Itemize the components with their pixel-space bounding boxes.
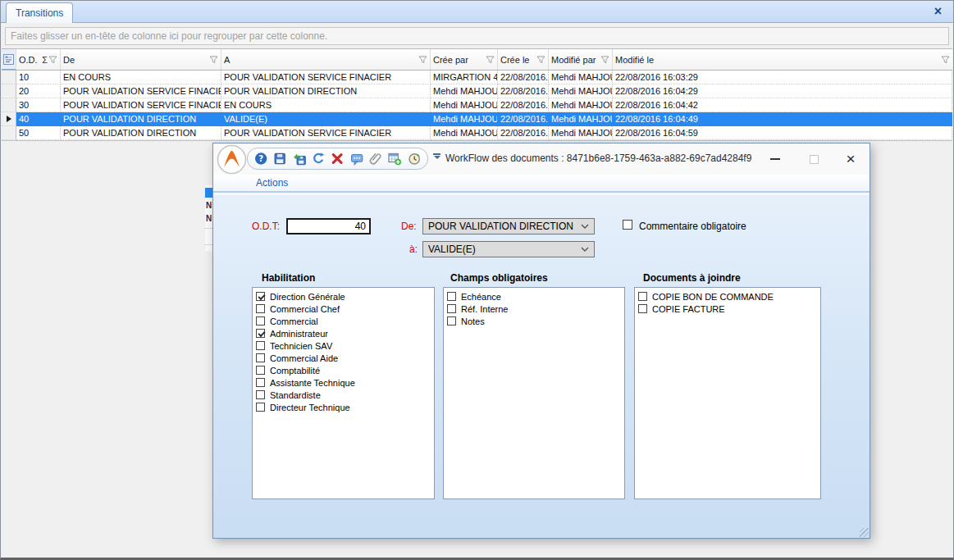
dialog-close-button[interactable]: × — [838, 150, 863, 168]
cell-de: POUR VALIDATION DIRECTION — [61, 126, 221, 140]
column-label: Modifié le — [615, 55, 654, 65]
minimize-icon — [770, 158, 780, 160]
checkbox[interactable] — [447, 316, 456, 326]
column-header-modifie-par[interactable]: Modifié par — [549, 49, 613, 70]
checkbox[interactable] — [447, 292, 456, 301]
maximize-button[interactable] — [801, 150, 826, 168]
column-header-cree-par[interactable]: Crée par — [431, 49, 498, 70]
sum-icon[interactable]: Σ — [42, 55, 48, 65]
add-table-icon[interactable] — [388, 152, 401, 166]
checkbox[interactable] — [256, 329, 265, 338]
odt-field[interactable] — [286, 218, 371, 234]
checkbox-item[interactable]: Réf. Interne — [445, 303, 623, 315]
cell-modifie_le: 22/08/2016 16:04:42 — [613, 98, 952, 112]
table-row[interactable]: 30POUR VALIDATION SERVICE FINACIEREN COU… — [2, 98, 952, 112]
cell-cree_le: 22/08/2016... — [498, 71, 549, 84]
filter-icon[interactable] — [48, 56, 57, 64]
checkbox-item[interactable]: Echéance — [445, 290, 623, 303]
toolbar-options-icon[interactable] — [432, 153, 441, 159]
checkbox-label: COPIE FACTURE — [652, 304, 725, 314]
checkbox[interactable] — [256, 341, 265, 350]
checkbox-item[interactable]: Commercial — [254, 315, 432, 327]
checkbox[interactable] — [256, 366, 265, 375]
resize-grip[interactable] — [860, 528, 869, 537]
table-row[interactable]: 50POUR VALIDATION DIRECTIONPOUR VALIDATI… — [2, 126, 952, 140]
comment-checkbox[interactable] — [623, 220, 632, 230]
checkbox-item[interactable]: Administrateur — [254, 327, 432, 339]
checkbox-item[interactable]: Notes — [445, 315, 623, 327]
filter-icon[interactable] — [600, 56, 609, 64]
column-label: Modifié par — [551, 55, 596, 65]
checkbox-item[interactable]: Technicien SAV — [254, 339, 432, 352]
panel-checklist: EchéanceRéf. InterneNotes — [443, 287, 625, 499]
chevron-down-icon — [581, 247, 589, 252]
filter-icon[interactable] — [418, 56, 427, 64]
checkbox[interactable] — [256, 390, 265, 399]
checkbox[interactable] — [256, 292, 265, 301]
checkbox[interactable] — [256, 378, 265, 387]
cell-a: EN COURS — [221, 98, 431, 112]
menu-actions[interactable]: Actions — [256, 177, 288, 189]
save-icon[interactable] — [273, 152, 286, 166]
checkbox-label: Directeur Technique — [270, 403, 350, 412]
checkbox[interactable] — [638, 292, 647, 301]
checkbox-item[interactable]: COPIE BON DE COMMANDE — [637, 290, 819, 303]
save-as-icon[interactable] — [293, 152, 306, 166]
filter-icon[interactable] — [209, 56, 218, 64]
checkbox-item[interactable]: Direction Générale — [254, 290, 432, 303]
panel-title-habilitation: Habilitation — [262, 272, 315, 284]
close-icon[interactable]: × — [934, 4, 942, 19]
table-row[interactable]: 10EN COURSPOUR VALIDATION SERVICE FINACI… — [2, 71, 952, 84]
column-header-de[interactable]: De — [61, 49, 221, 70]
checkbox[interactable] — [638, 304, 647, 313]
column-header-a[interactable]: A — [221, 49, 431, 70]
cell-modifie_par: Mehdi MAHJOUB — [549, 126, 613, 140]
row-indicator — [2, 112, 16, 126]
delete-icon[interactable] — [331, 152, 344, 166]
attachment-icon[interactable] — [369, 152, 382, 166]
de-dropdown[interactable]: POUR VALIDATION DIRECTION — [422, 218, 595, 234]
checkbox-item[interactable]: Assistante Technique — [254, 376, 432, 389]
a-dropdown[interactable]: VALIDE(E) — [422, 241, 595, 257]
minimize-button[interactable] — [763, 150, 787, 168]
comment-icon[interactable] — [350, 152, 363, 166]
cell-cree_le: 22/08/2016... — [498, 98, 549, 112]
table-row[interactable]: 40POUR VALIDATION DIRECTIONVALIDE(E)Mehd… — [2, 112, 952, 126]
checkbox-item[interactable]: COPIE FACTURE — [637, 303, 819, 315]
filter-icon[interactable] — [536, 56, 545, 64]
checkbox-item[interactable]: Standardiste — [254, 389, 432, 401]
cell-a: VALIDE(E) — [221, 112, 431, 126]
cell-de: POUR VALIDATION SERVICE FINACIER — [61, 84, 221, 98]
dialog-titlebar[interactable]: ? WorkFlow des documents : 8471b6e8-1759… — [213, 143, 870, 175]
dialog-content: O.D.T: De: POUR VALIDATION DIRECTION Com… — [213, 194, 870, 538]
checkbox-item[interactable]: Directeur Technique — [254, 401, 432, 413]
checkbox-item[interactable]: Comptabilité — [254, 364, 432, 376]
checkbox[interactable] — [256, 316, 265, 326]
grid-corner-button[interactable] — [2, 49, 16, 70]
cell-modifie_par: Mehdi MAHJOUB — [549, 98, 613, 112]
filter-icon[interactable] — [486, 56, 495, 64]
tab-transitions[interactable]: Transitions — [6, 2, 73, 23]
table-row[interactable]: 20POUR VALIDATION SERVICE FINACIERPOUR V… — [2, 84, 952, 98]
grid-body: 10EN COURSPOUR VALIDATION SERVICE FINACI… — [2, 71, 952, 140]
column-header-od[interactable]: O.D. Σ — [16, 49, 61, 70]
filter-icon[interactable] — [941, 56, 950, 64]
help-icon[interactable]: ? — [254, 152, 267, 166]
checkbox[interactable] — [256, 304, 265, 313]
column-header-modifie-le[interactable]: Modifié le — [613, 49, 952, 70]
group-by-hint: Faites glisser un en-tête de colonne ici… — [5, 27, 949, 45]
checkbox-item[interactable]: Commercial Aide — [254, 352, 432, 364]
checkbox-item[interactable]: Commercial Chef — [254, 303, 432, 315]
checkbox-label: Commercial Aide — [270, 353, 338, 363]
checkbox[interactable] — [256, 353, 265, 362]
column-header-cree-le[interactable]: Crée le — [498, 49, 549, 70]
history-icon[interactable] — [408, 152, 421, 166]
checkbox-label: Administrateur — [270, 329, 328, 339]
checkbox[interactable] — [447, 304, 456, 313]
cell-cree_par: Mehdi MAHJOUB — [431, 126, 498, 140]
checkbox-label: Commercial Chef — [270, 304, 340, 314]
checkbox[interactable] — [256, 403, 265, 412]
refresh-icon[interactable] — [312, 152, 325, 166]
group-by-bar[interactable]: Faites glisser un en-tête de colonne ici… — [1, 23, 953, 48]
checkbox-label: Direction Générale — [270, 292, 345, 302]
